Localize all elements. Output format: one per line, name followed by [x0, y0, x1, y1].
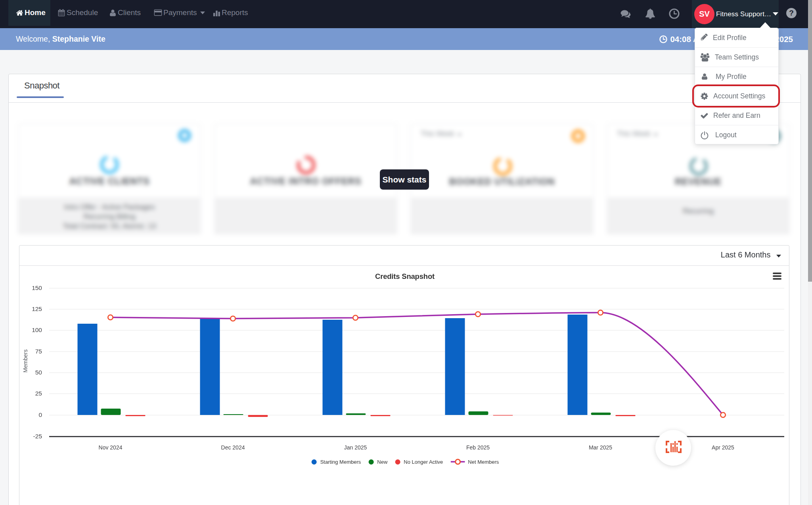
svg-text:Mar 2025: Mar 2025 — [589, 444, 612, 451]
svg-text:Jan 2025: Jan 2025 — [344, 444, 367, 451]
svg-text:50: 50 — [35, 369, 42, 376]
svg-text:0: 0 — [38, 411, 42, 418]
svg-text:Members: Members — [22, 349, 29, 373]
svg-text:100: 100 — [32, 326, 42, 333]
svg-text:Apr 2025: Apr 2025 — [712, 444, 734, 451]
svg-text:Feb 2025: Feb 2025 — [466, 444, 490, 451]
svg-text:25: 25 — [35, 390, 42, 397]
svg-text:150: 150 — [32, 284, 42, 291]
svg-text:Nov 2024: Nov 2024 — [99, 444, 123, 451]
svg-text:125: 125 — [32, 305, 42, 312]
svg-text:Dec 2024: Dec 2024 — [221, 444, 245, 451]
svg-text:-25: -25 — [33, 433, 42, 440]
svg-text:75: 75 — [35, 348, 42, 355]
